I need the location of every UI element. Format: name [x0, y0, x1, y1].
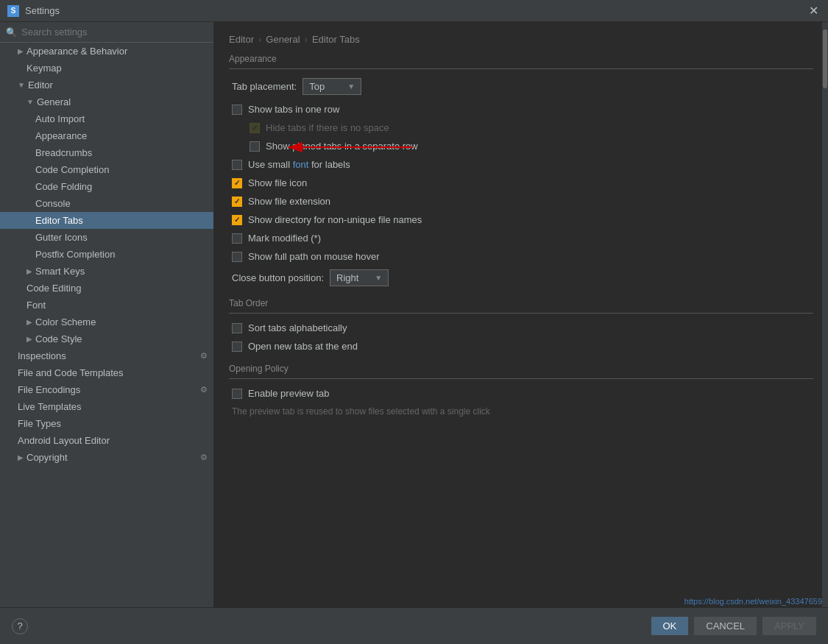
show-pinned-row: Show pinned tabs in a separate row	[229, 141, 813, 152]
sidebar-item-file-encodings[interactable]: File Encodings ⚙	[0, 381, 213, 398]
open-end-label: Open new tabs at the end	[248, 341, 358, 352]
sidebar-item-label: Appearance & Behavior	[26, 46, 127, 57]
apply-button[interactable]: APPLY	[762, 617, 816, 635]
sort-alphabetically-label: Sort tabs alphabetically	[248, 322, 347, 333]
sidebar-item-android-layout-editor[interactable]: Android Layout Editor	[0, 432, 213, 449]
sidebar-item-copyright[interactable]: ▶ Copyright ⚙	[0, 449, 213, 466]
sidebar-item-appearance-behavior[interactable]: ▶ Appearance & Behavior	[0, 43, 213, 60]
settings-icon: ⚙	[200, 351, 208, 361]
sidebar-item-general[interactable]: ▼ General	[0, 93, 213, 110]
sidebar-item-label: Code Editing	[26, 283, 81, 294]
arrow-icon: ▶	[26, 335, 32, 343]
sidebar-item-file-types[interactable]: File Types	[0, 415, 213, 432]
small-font-checkbox[interactable]	[232, 160, 242, 170]
tab-placement-row: Tab placement: Top ▼	[229, 78, 813, 95]
ok-button[interactable]: OK	[651, 617, 689, 635]
small-font-row: Use small font for labels	[229, 159, 813, 170]
show-directory-checkbox[interactable]	[232, 215, 242, 225]
hide-tabs-checkbox	[250, 123, 260, 133]
breadcrumb-sep: ›	[258, 34, 261, 45]
sidebar-item-code-style[interactable]: ▶ Code Style	[0, 330, 213, 347]
sidebar-item-label: Auto Import	[35, 113, 85, 124]
watermark: https://blog.csdn.net/weixin_43347659	[684, 597, 822, 606]
dropdown-arrow-icon2: ▼	[375, 274, 382, 282]
section-appearance-header: Appearance	[229, 54, 813, 69]
sidebar-item-smart-keys[interactable]: ▶ Smart Keys	[0, 263, 213, 280]
sidebar-item-keymap[interactable]: ▶ Keymap	[0, 60, 213, 77]
sidebar-item-label: Live Templates	[18, 401, 81, 412]
close-button[interactable]: ✕	[806, 4, 821, 18]
enable-preview-row: Enable preview tab	[229, 388, 813, 399]
sidebar-item-label: File and Code Templates	[18, 367, 124, 378]
search-input[interactable]	[21, 26, 208, 38]
sort-alphabetically-row: Sort tabs alphabetically	[229, 322, 813, 333]
mark-modified-checkbox[interactable]	[232, 233, 242, 244]
enable-preview-label: Enable preview tab	[248, 388, 330, 399]
open-end-row: Open new tabs at the end	[229, 341, 813, 352]
mark-modified-label: Mark modified (*)	[248, 233, 321, 244]
close-button-label: Close button position:	[232, 272, 324, 283]
sidebar-item-editor[interactable]: ▼ Editor	[0, 77, 213, 93]
show-file-icon-checkbox[interactable]	[232, 178, 242, 188]
sidebar-item-auto-import[interactable]: Auto Import	[0, 110, 213, 127]
title-bar: S Settings ✕	[0, 0, 828, 22]
settings-panel-wrapper: Editor › General › Editor Tabs Appearanc…	[214, 22, 828, 607]
hide-tabs-label: Hide tabs if there is no space	[266, 122, 389, 133]
arrow-icon: ▶	[18, 47, 24, 55]
cancel-button[interactable]: CANCEL	[694, 617, 757, 635]
arrow-icon: ▶	[26, 318, 32, 326]
breadcrumb-sep2: ›	[305, 34, 308, 45]
sidebar-item-console[interactable]: Console	[0, 195, 213, 212]
sidebar-item-gutter-icons[interactable]: Gutter Icons	[0, 229, 213, 246]
sidebar-item-code-completion[interactable]: Code Completion	[0, 161, 213, 178]
sidebar-item-code-folding[interactable]: Code Folding	[0, 178, 213, 195]
search-icon: 🔍	[6, 27, 17, 38]
breadcrumb-editor-tabs: Editor Tabs	[312, 34, 360, 45]
app-icon: S	[7, 5, 19, 17]
sidebar-item-postfix-completion[interactable]: Postfix Completion	[0, 246, 213, 263]
sidebar-item-appearance[interactable]: Appearance	[0, 127, 213, 144]
sidebar-item-label: Inspections	[18, 350, 66, 361]
show-full-path-checkbox[interactable]	[232, 252, 242, 262]
sort-alphabetically-checkbox[interactable]	[232, 323, 242, 333]
sidebar-item-label: Gutter Icons	[35, 232, 88, 243]
open-end-checkbox[interactable]	[232, 342, 242, 352]
sidebar-item-code-editing[interactable]: Code Editing	[0, 280, 213, 297]
sidebar-item-live-templates[interactable]: Live Templates	[0, 398, 213, 415]
help-button[interactable]: ?	[12, 618, 28, 634]
sidebar-item-breadcrumbs[interactable]: Breadcrumbs	[0, 144, 213, 161]
show-file-extension-row: Show file extension	[229, 196, 813, 207]
sidebar-item-inspections[interactable]: Inspections ⚙	[0, 347, 213, 364]
dropdown-arrow-icon: ▼	[347, 82, 355, 91]
mark-modified-row: Mark modified (*)	[229, 233, 813, 244]
show-directory-label: Show directory for non-unique file names	[248, 214, 422, 225]
small-font-label: Use small font for labels	[248, 159, 350, 170]
sidebar-item-label: Font	[26, 300, 46, 311]
preview-description: The preview tab is reused to show files …	[229, 406, 813, 417]
show-pinned-checkbox[interactable]	[250, 141, 260, 152]
scrollbar-thumb[interactable]	[823, 29, 827, 88]
show-tabs-row: Show tabs in one row	[229, 104, 813, 115]
sidebar-item-label: General	[37, 96, 71, 107]
sidebar-item-label: Appearance	[35, 130, 87, 141]
scrollbar-track[interactable]	[822, 22, 828, 607]
breadcrumb: Editor › General › Editor Tabs	[229, 34, 813, 45]
sidebar-item-label: File Encodings	[18, 384, 80, 395]
sidebar-item-font[interactable]: Font	[0, 297, 213, 314]
show-file-extension-checkbox[interactable]	[232, 197, 242, 207]
close-button-dropdown[interactable]: Right ▼	[330, 269, 389, 286]
main-content: 🔍 ▶ Appearance & Behavior ▶ Keymap ▼ Edi…	[0, 22, 828, 607]
sidebar-item-file-code-templates[interactable]: File and Code Templates	[0, 364, 213, 381]
sidebar-item-editor-tabs[interactable]: Editor Tabs	[0, 212, 213, 229]
enable-preview-checkbox[interactable]	[232, 389, 242, 399]
settings-panel: Editor › General › Editor Tabs Appearanc…	[214, 22, 828, 607]
close-button-row: Close button position: Right ▼	[229, 269, 813, 286]
arrow-icon: ▼	[18, 81, 25, 89]
search-bar: 🔍	[0, 22, 213, 43]
show-tabs-checkbox[interactable]	[232, 105, 242, 115]
arrow-icon: ▶	[26, 267, 32, 275]
tab-placement-dropdown[interactable]: Top ▼	[302, 78, 361, 95]
breadcrumb-editor: Editor	[229, 34, 254, 45]
sidebar-item-color-scheme[interactable]: ▶ Color Scheme	[0, 314, 213, 330]
show-file-extension-label: Show file extension	[248, 196, 330, 207]
